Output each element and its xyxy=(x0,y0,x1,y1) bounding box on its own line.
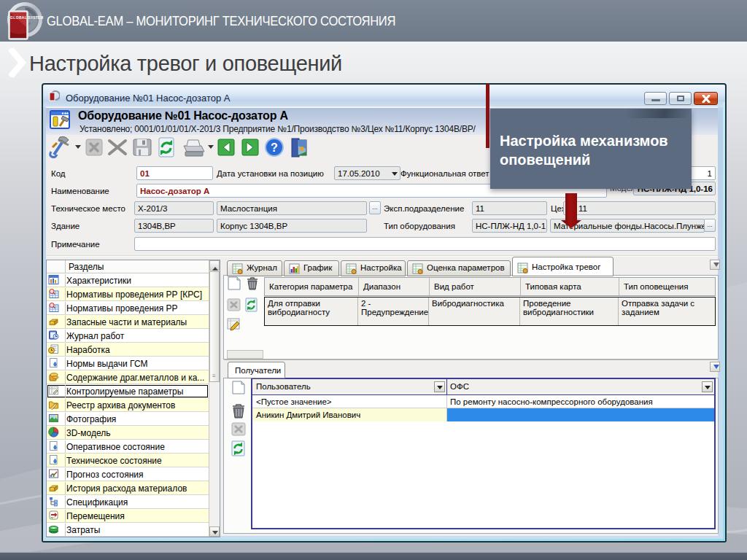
svg-text:?: ? xyxy=(271,141,278,154)
svg-text:GLOBAL: GLOBAL xyxy=(10,16,27,20)
svg-text:SYSTEM: SYSTEM xyxy=(28,16,44,20)
